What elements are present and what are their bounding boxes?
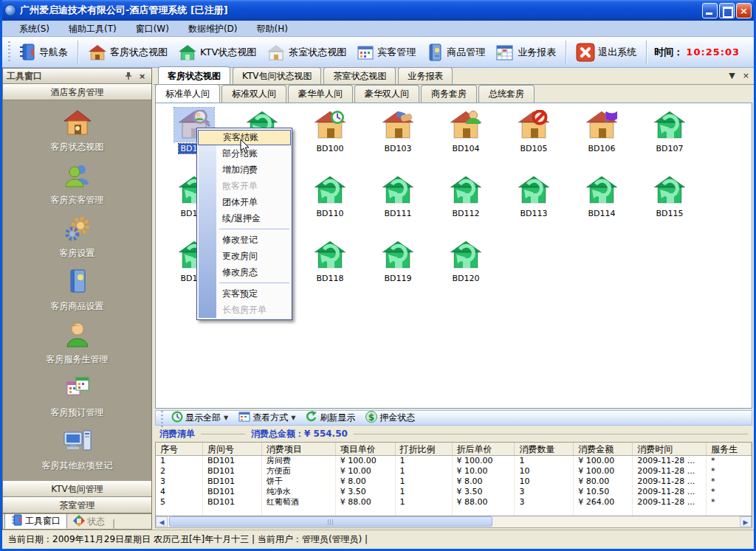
context-menu-item-8[interactable]: 更改房间 bbox=[197, 248, 292, 264]
tab-0[interactable]: 客房状态视图 bbox=[158, 66, 230, 84]
sidebar-item-2[interactable]: 客房设置 bbox=[3, 211, 151, 264]
sidebar-item-1[interactable]: 客房宾客管理 bbox=[3, 158, 151, 211]
room-BD120[interactable]: BD120 bbox=[432, 238, 500, 301]
column-header-6[interactable]: 消费数量 bbox=[515, 443, 574, 455]
column-header-4[interactable]: 打折比例 bbox=[396, 443, 453, 455]
column-header-3[interactable]: 项目单价 bbox=[336, 443, 396, 455]
action-deposit[interactable]: $押金状态 bbox=[360, 411, 420, 425]
column-header-2[interactable]: 消费项目 bbox=[262, 443, 336, 455]
scrollbar-track[interactable] bbox=[168, 516, 740, 527]
context-menu-item-11[interactable]: 宾客预定 bbox=[197, 285, 292, 302]
sidebar-item-0[interactable]: 客房状态视图 bbox=[3, 105, 151, 158]
scrollbar-thumb[interactable] bbox=[169, 516, 492, 527]
scroll-left-icon[interactable]: ◀ bbox=[156, 516, 168, 527]
minimize-button[interactable] bbox=[702, 3, 718, 18]
room-type-tab-4[interactable]: 商务套房 bbox=[421, 85, 477, 103]
close-button[interactable]: × bbox=[736, 3, 752, 18]
room-BD113[interactable]: BD113 bbox=[500, 173, 568, 236]
column-header-9[interactable]: 服务生 bbox=[707, 443, 752, 455]
room-BD112[interactable]: BD112 bbox=[432, 173, 500, 236]
menu-item-1[interactable]: 辅助工具(T) bbox=[59, 21, 126, 37]
action-viewmode[interactable]: 查看方式▼ bbox=[233, 411, 300, 425]
close-panel-icon[interactable]: × bbox=[137, 71, 148, 82]
pin-icon[interactable] bbox=[123, 71, 134, 82]
context-menu-item-7[interactable]: 修改登记 bbox=[197, 232, 292, 248]
room-BD104[interactable]: BD104 bbox=[432, 108, 500, 171]
context-menu-item-4[interactable]: 团体开单 bbox=[197, 194, 292, 210]
room-type-tab-1[interactable]: 标准双人间 bbox=[221, 85, 286, 103]
sidebar-bottom-tab-1[interactable]: 状态 bbox=[67, 514, 111, 529]
context-menu-item-2[interactable]: 增加消费 bbox=[197, 162, 292, 178]
room-status-blocked-icon bbox=[514, 108, 554, 142]
context-menu-item-9[interactable]: 修改房态 bbox=[197, 264, 292, 280]
title-bar[interactable]: 广州爱启迪技术有限公司-酒店管理系统 [已注册] × bbox=[0, 0, 756, 21]
horizontal-scrollbar[interactable]: ◀ ▶ bbox=[155, 516, 752, 528]
sidebar-item-6[interactable]: 客房其他款项登记 bbox=[3, 423, 151, 477]
room-type-tab-2[interactable]: 豪华单人间 bbox=[288, 85, 353, 103]
table-row[interactable]: 4BD101纯净水¥ 3.501¥ 3.503¥ 10.502009-11-28… bbox=[156, 487, 752, 497]
toolbar-button-report[interactable]: 业务报表 bbox=[490, 41, 561, 63]
room-BD103[interactable]: BD103 bbox=[364, 108, 432, 171]
menu-item-0[interactable]: 系统(S) bbox=[10, 21, 59, 37]
toolbar-button-goods-mgmt[interactable]: 商品管理 bbox=[421, 41, 490, 64]
column-header-0[interactable]: 序号 bbox=[156, 443, 203, 455]
sidebar-item-3[interactable]: 客房商品设置 bbox=[3, 264, 151, 317]
sidebar-item-4[interactable]: 客房服务生管理 bbox=[3, 317, 151, 370]
tab-scroll-down-icon[interactable]: ▼ bbox=[729, 71, 735, 81]
column-header-8[interactable]: 消费时间 bbox=[633, 443, 707, 455]
toolbar-button-tea-status[interactable]: 茶室状态视图 bbox=[261, 41, 351, 63]
column-header-7[interactable]: 消费金额 bbox=[574, 443, 633, 455]
room-type-tab-0[interactable]: 标准单人间 bbox=[155, 84, 220, 103]
room-BD100[interactable]: BD100 bbox=[296, 108, 364, 171]
sidebar-section-0[interactable]: KTV包间管理 bbox=[3, 481, 151, 497]
room-BD107[interactable]: BD107 bbox=[636, 108, 704, 171]
tab-1[interactable]: KTV包间状态视图 bbox=[233, 67, 321, 84]
maximize-button[interactable] bbox=[719, 3, 735, 18]
sidebar-section-1[interactable]: 茶室管理 bbox=[3, 497, 151, 513]
table-cell: 1 bbox=[396, 487, 453, 497]
table-row[interactable]: 1BD101房间费¥ 100.001¥ 100.001¥ 100.002009-… bbox=[156, 456, 752, 466]
action-clock[interactable]: 显示全部▼ bbox=[166, 411, 233, 425]
table-row[interactable]: 5BD101红葡萄酒¥ 88.001¥ 88.003¥ 264.002009-1… bbox=[156, 497, 752, 507]
chevron-down-icon[interactable]: ▼ bbox=[291, 415, 295, 421]
room-label: BD115 bbox=[654, 209, 684, 218]
room-type-tab-5[interactable]: 总统套房 bbox=[478, 85, 535, 103]
menu-item-3[interactable]: 数据维护(D) bbox=[179, 21, 247, 37]
room-BD114[interactable]: BD114 bbox=[568, 173, 636, 236]
toolbar-button-guest-mgmt[interactable]: 宾客管理 bbox=[351, 41, 421, 63]
main-area: 客房状态视图KTV包间状态视图茶室状态视图业务报表▼× 标准单人间标准双人间豪华… bbox=[154, 68, 754, 530]
sidebar-item-5[interactable]: 客房预订管理 bbox=[3, 370, 151, 423]
table-cell: * bbox=[707, 487, 752, 497]
toolbar: 导航条客房状态视图KTV状态视图茶室状态视图宾客管理商品管理业务报表退出系统时间… bbox=[2, 37, 754, 68]
tab-3[interactable]: 业务报表 bbox=[398, 67, 453, 84]
toolbar-button-room-status[interactable]: 客房状态视图 bbox=[83, 41, 173, 63]
menu-item-2[interactable]: 窗口(W) bbox=[126, 21, 179, 37]
room-type-tab-3[interactable]: 豪华双人间 bbox=[354, 85, 419, 103]
table-row[interactable]: 2BD101方便面¥ 10.001¥ 10.0010¥ 100.002009-1… bbox=[156, 466, 752, 477]
chevron-down-icon[interactable]: ▼ bbox=[224, 415, 228, 421]
toolbar-button-exit[interactable]: 退出系统 bbox=[571, 41, 642, 64]
column-header-1[interactable]: 房间号 bbox=[203, 443, 262, 455]
room-BD119[interactable]: BD119 bbox=[364, 238, 432, 301]
menu-item-4[interactable]: 帮助(H) bbox=[247, 21, 298, 37]
room-BD110[interactable]: BD110 bbox=[296, 173, 364, 236]
column-header-5[interactable]: 折后单价 bbox=[453, 443, 515, 455]
table-row[interactable]: 3BD101饼干¥ 8.001¥ 8.0010¥ 80.002009-11-28… bbox=[156, 477, 752, 487]
sidebar-section-hotel-room-mgmt[interactable]: 酒店客房管理 bbox=[3, 84, 151, 100]
guests-icon bbox=[63, 162, 92, 192]
toolbar-button-ktv-status[interactable]: KTV状态视图 bbox=[173, 41, 261, 63]
context-menu-item-5[interactable]: 续/退押金 bbox=[197, 210, 292, 226]
sidebar-bottom-tab-0[interactable]: 工具窗口 bbox=[4, 514, 67, 529]
tab-close-icon[interactable]: × bbox=[743, 71, 749, 81]
toolbar-button-navigator[interactable]: 导航条 bbox=[13, 41, 73, 64]
room-BD115[interactable]: BD115 bbox=[636, 173, 704, 236]
scroll-right-icon[interactable]: ▶ bbox=[740, 516, 752, 527]
room-BD111[interactable]: BD111 bbox=[364, 173, 432, 236]
room-BD118[interactable]: BD118 bbox=[296, 238, 364, 301]
tab-2[interactable]: 茶室状态视图 bbox=[323, 67, 396, 84]
room-BD105[interactable]: BD105 bbox=[500, 108, 568, 171]
action-refresh[interactable]: 刷新显示 bbox=[300, 411, 360, 425]
tool-window-titlebar[interactable]: 工具窗口 × bbox=[3, 69, 151, 84]
room-BD106[interactable]: BD106 bbox=[568, 108, 636, 171]
toolbar-button-label: KTV状态视图 bbox=[200, 46, 256, 59]
